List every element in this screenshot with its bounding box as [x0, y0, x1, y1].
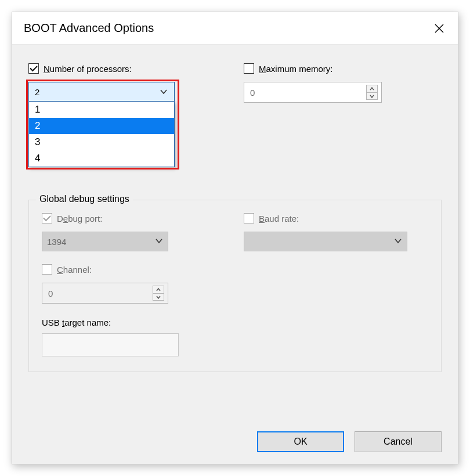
num-processors-option-3[interactable]: 3 — [29, 134, 174, 150]
spinner-down-icon — [153, 293, 164, 300]
channel-checkbox — [42, 264, 52, 275]
spinner-arrows — [366, 85, 378, 100]
boot-advanced-options-dialog: BOOT Advanced Options Number of processo… — [12, 12, 458, 464]
debug-port-label: Debug port: — [57, 214, 102, 223]
num-processors-combobox[interactable]: 2 — [28, 82, 175, 102]
channel-spinner: 0 — [42, 283, 168, 304]
channel-label: Channel: — [57, 265, 92, 275]
max-memory-value: 0 — [250, 88, 366, 98]
num-processors-label: Number of processors: — [44, 64, 132, 74]
max-memory-checkbox[interactable] — [244, 63, 254, 74]
num-processors-option-1[interactable]: 1 — [29, 102, 174, 118]
spinner-up-icon — [153, 286, 164, 293]
usb-target-input[interactable] — [42, 333, 179, 356]
num-processors-value: 2 — [35, 87, 159, 97]
debug-port-combobox: 1394 — [42, 232, 168, 251]
titlebar: BOOT Advanced Options — [12, 12, 458, 45]
usb-target-label: USB target name: — [42, 318, 428, 327]
baud-rate-combobox — [244, 232, 407, 251]
spinner-down-icon[interactable] — [367, 92, 377, 99]
dialog-title: BOOT Advanced Options — [24, 21, 431, 35]
channel-value: 0 — [48, 289, 153, 298]
baud-rate-label: Baud rate: — [259, 214, 299, 223]
debug-port-checkbox — [42, 213, 52, 223]
num-processors-option-2[interactable]: 2 — [29, 118, 174, 134]
chevron-down-icon — [159, 87, 168, 96]
num-processors-option-4[interactable]: 4 — [29, 150, 174, 167]
dialog-footer: OK Cancel — [257, 431, 442, 452]
max-memory-label: Maximum memory: — [259, 64, 333, 74]
cancel-button[interactable]: Cancel — [355, 431, 442, 452]
num-processors-checkbox[interactable] — [28, 63, 39, 74]
debug-port-value: 1394 — [47, 237, 155, 247]
baud-rate-checkbox — [244, 213, 254, 223]
ok-button[interactable]: OK — [257, 431, 344, 452]
spinner-arrows — [153, 286, 164, 301]
num-processors-dropdown-group: 2 1 2 3 4 — [28, 82, 177, 167]
close-icon — [434, 23, 444, 34]
global-debug-fieldset: Global debug settings Debug port: 1394 — [28, 200, 442, 372]
global-debug-legend: Global debug settings — [36, 194, 133, 204]
close-button[interactable] — [431, 20, 447, 37]
num-processors-options-list: 1 2 3 4 — [28, 102, 175, 167]
spinner-up-icon[interactable] — [367, 85, 377, 92]
chevron-down-icon — [155, 237, 163, 247]
max-memory-spinner[interactable]: 0 — [244, 82, 382, 103]
chevron-down-icon — [394, 237, 402, 247]
